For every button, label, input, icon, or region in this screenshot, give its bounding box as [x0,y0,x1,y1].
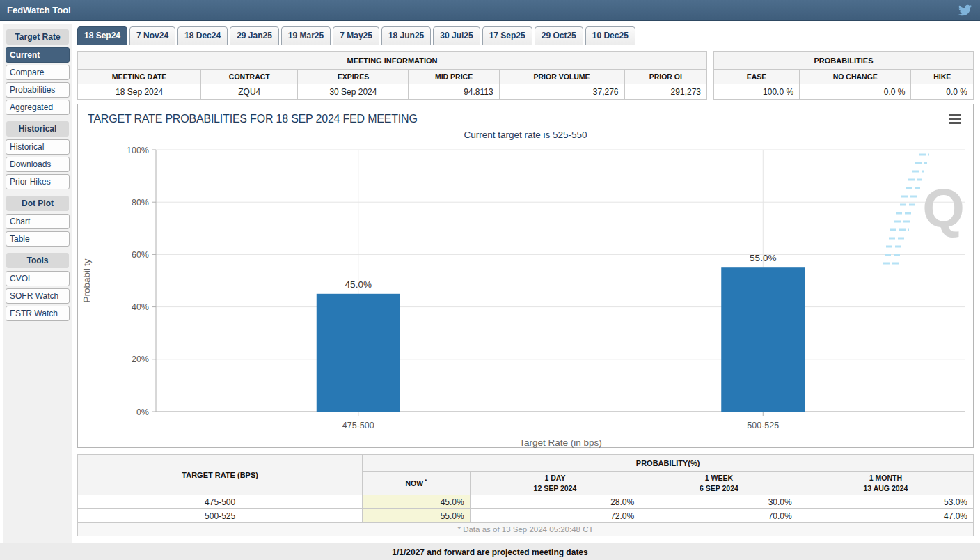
sidebar-item-chart[interactable]: Chart [6,214,70,229]
meeting-info-header-meeting-date: MEETING DATE [78,70,201,84]
tab-29-oct25[interactable]: 29 Oct25 [535,26,583,45]
one-month-cell: 47.0% [798,509,973,523]
meeting-info-header-expires: EXPIRES [298,70,409,84]
table-row-475-500: 475-50045.0%28.0%30.0%53.0% [78,495,974,509]
x-axis-title: Target Rate (in bps) [519,437,602,448]
tab-19-mar25[interactable]: 19 Mar25 [281,26,331,45]
probabilities-title: PROBABILITIES [714,52,974,70]
svg-text:60%: 60% [132,250,149,260]
meeting-info-header-mid-price: MID PRICE [409,70,499,84]
prob-col-header-now: NOW * [363,472,470,495]
twitter-icon[interactable] [958,3,972,17]
sidebar-header-target-rate: Target Rate [6,29,69,45]
tab-29-jan25[interactable]: 29 Jan25 [230,26,279,45]
probability-group-header: PROBABILITY(%) [363,455,974,472]
sidebar-item-current[interactable]: Current [6,47,70,63]
prob-col-header-1-week: 1 WEEK6 SEP 2024 [640,472,798,495]
titlebar: FedWatch Tool [0,0,980,21]
rate-cell: 475-500 [78,495,363,509]
sidebar-header-dot-plot: Dot Plot [6,196,69,211]
chart-subtitle: Current target rate is 525-550 [78,125,973,140]
probabilities-table: PROBABILITIES EASENO CHANGEHIKE 100.0 %0… [713,51,974,100]
sidebar-header-tools: Tools [6,253,69,268]
bar-value-label: 55.0% [750,253,776,263]
tab-30-jul25[interactable]: 30 Jul25 [433,26,480,45]
sidebar-item-prior-hikes[interactable]: Prior Hikes [6,174,70,189]
sidebar-header-historical: Historical [6,121,69,137]
meeting-information-table: MEETING INFORMATION MEETING DATECONTRACT… [77,51,707,100]
meeting-info-value-prior-oi: 291,273 [624,84,706,100]
svg-text:80%: 80% [132,198,149,208]
one-month-cell: 53.0% [798,495,973,509]
probabilities-value-ease: 100.0 % [714,84,800,100]
app-title: FedWatch Tool [7,5,71,15]
probabilities-value-hike: 0.0 % [911,84,974,100]
sidebar-item-compare[interactable]: Compare [6,65,70,80]
tab-18-sep24[interactable]: 18 Sep24 [77,26,127,45]
probability-bar-chart: 0%20%40%60%80%100%45.0%475-50055.0%500-5… [78,140,974,450]
sidebar-item-probabilities[interactable]: Probabilities [6,82,70,98]
now-cell: 55.0% [363,509,470,523]
chart-panel: TARGET RATE PROBABILITIES FOR 18 SEP 202… [77,104,974,448]
sidebar-item-estr-watch[interactable]: ESTR Watch [6,306,70,321]
sidebar: Target RateCurrentCompareProbabilitiesAg… [3,24,72,543]
tab-18-dec24[interactable]: 18 Dec24 [177,26,228,45]
probabilities-header-hike: HIKE [911,70,974,84]
y-axis-title: Probability [81,258,92,302]
x-tick-label: 500-525 [747,421,779,430]
projected-dates-note: 1/1/2027 and forward are projected meeti… [0,543,980,560]
target-rate-probability-table: TARGET RATE (BPS) PROBABILITY(%) NOW *1 … [77,454,974,536]
sidebar-item-aggregated[interactable]: Aggregated [6,100,70,115]
tab-7-may25[interactable]: 7 May25 [333,26,379,45]
svg-text:0%: 0% [136,407,149,417]
chart-bar-500-525[interactable] [721,267,805,412]
meeting-info-value-meeting-date: 18 Sep 2024 [78,84,201,100]
meeting-info-value-contract: ZQU4 [201,84,298,100]
sidebar-item-downloads[interactable]: Downloads [6,157,70,172]
svg-text:100%: 100% [127,146,149,155]
info-row: MEETING INFORMATION MEETING DATECONTRACT… [77,51,974,100]
now-cell: 45.0% [363,495,470,509]
tab-10-dec25[interactable]: 10 Dec25 [585,26,635,45]
bar-value-label: 45.0% [345,279,372,290]
tab-18-jun25[interactable]: 18 Jun25 [381,26,431,45]
svg-text:40%: 40% [132,302,149,312]
svg-text:20%: 20% [132,355,149,364]
data-as-of-note: * Data as of 13 Sep 2024 05:20:48 CT [78,523,974,536]
chart-title: TARGET RATE PROBABILITIES FOR 18 SEP 202… [78,104,973,125]
x-tick-label: 475-500 [342,421,374,430]
prob-col-header-1-day: 1 DAY12 SEP 2024 [470,472,640,495]
rate-column-header: TARGET RATE (BPS) [78,455,363,495]
sidebar-item-historical[interactable]: Historical [6,139,70,155]
app-body: Target RateCurrentCompareProbabilitiesAg… [0,21,980,543]
tab-17-sep25[interactable]: 17 Sep25 [482,26,532,45]
tab-7-nov24[interactable]: 7 Nov24 [129,26,175,45]
probabilities-header-no-change: NO CHANGE [800,70,911,84]
rate-cell: 500-525 [78,509,363,523]
meeting-tabs: 18 Sep247 Nov2418 Dec2429 Jan2519 Mar257… [77,26,974,45]
sidebar-item-cvol[interactable]: CVOL [6,271,70,286]
probabilities-header-ease: EASE [714,70,800,84]
meeting-info-header-prior-oi: PRIOR OI [624,70,706,84]
one-week-cell: 70.0% [640,509,798,523]
one-day-cell: 28.0% [470,495,640,509]
one-day-cell: 72.0% [470,509,640,523]
meeting-info-header-prior-volume: PRIOR VOLUME [499,70,624,84]
sidebar-item-sofr-watch[interactable]: SOFR Watch [6,288,70,304]
one-week-cell: 30.0% [640,495,798,509]
table-row-500-525: 500-52555.0%72.0%70.0%47.0% [78,509,974,523]
sidebar-item-table[interactable]: Table [6,231,70,247]
chart-bar-475-500[interactable] [317,294,400,412]
meeting-info-value-mid-price: 94.8113 [409,84,499,100]
chart-menu-icon[interactable] [949,114,961,126]
meeting-info-header-contract: CONTRACT [201,70,298,84]
meeting-info-value-expires: 30 Sep 2024 [298,84,409,100]
meeting-info-value-prior-volume: 37,276 [499,84,624,100]
main-content: 18 Sep247 Nov2418 Dec2429 Jan2519 Mar257… [72,21,980,543]
meeting-info-title: MEETING INFORMATION [78,52,707,70]
prob-col-header-1-month: 1 MONTH13 AUG 2024 [798,472,973,495]
probabilities-value-no-change: 0.0 % [800,84,911,100]
